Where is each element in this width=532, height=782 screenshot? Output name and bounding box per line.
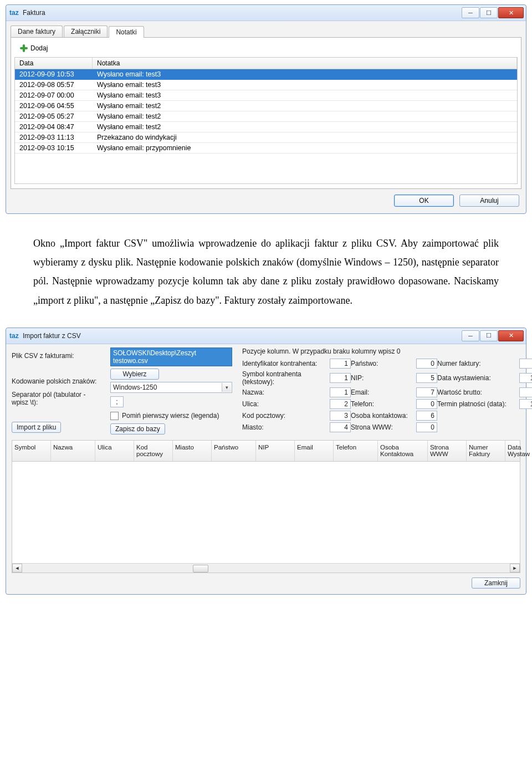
- preview-col-header[interactable]: Telefon: [334, 441, 378, 461]
- cell-date: 2012-09-06 04:55: [15, 101, 93, 111]
- position-label: [437, 423, 515, 431]
- close-window-button[interactable]: Zamknij: [472, 577, 520, 589]
- app-icon: taz: [9, 332, 19, 340]
- close-button[interactable]: ✕: [498, 330, 524, 341]
- position-label: Ulica:: [242, 400, 325, 408]
- maximize-button[interactable]: ☐: [480, 7, 498, 18]
- position-input[interactable]: 7: [416, 387, 437, 397]
- table-row[interactable]: 2012-09-03 11:13Przekazano do windykacji: [15, 132, 517, 143]
- table-row[interactable]: 2012-09-08 05:57Wysłano email: test3: [15, 80, 517, 90]
- col-header-date[interactable]: Data: [15, 58, 93, 69]
- table-row[interactable]: 2012-09-07 00:00Wysłano email: test3: [15, 90, 517, 101]
- plus-icon: [19, 44, 28, 53]
- tab-notatki[interactable]: Notatki: [109, 26, 144, 38]
- position-input[interactable]: 0: [416, 359, 437, 369]
- position-input[interactable]: 9: [519, 387, 532, 397]
- cell-note: Wysłano email: test2: [93, 122, 517, 132]
- position-label: Symbol kontrahenta (tekstowy):: [242, 370, 325, 386]
- close-icon: ✕: [509, 9, 514, 17]
- preview-col-header[interactable]: Numer Faktury: [467, 441, 505, 461]
- table-row[interactable]: 2012-09-03 10:15Wysłano email: przypomni…: [15, 143, 517, 154]
- position-input[interactable]: 4: [330, 422, 351, 432]
- preview-col-header[interactable]: Data Wystaw: [505, 441, 532, 461]
- position-input[interactable]: 11: [519, 399, 532, 409]
- import-titlebar[interactable]: taz Import faktur z CSV ─ ☐ ✕: [6, 328, 526, 344]
- close-button[interactable]: ✕: [498, 7, 524, 18]
- scroll-left-button[interactable]: ◄: [12, 564, 22, 573]
- position-label: [437, 412, 515, 420]
- preview-col-header[interactable]: Strona WWW: [428, 441, 467, 461]
- encoding-select[interactable]: Windows-1250: [110, 382, 232, 393]
- preview-col-header[interactable]: Miasto: [173, 441, 212, 461]
- scroll-right-button[interactable]: ►: [510, 564, 520, 573]
- table-row[interactable]: 2012-09-09 10:53Wysłano email: test3: [15, 69, 517, 80]
- position-label: Numer faktury:: [437, 360, 515, 367]
- position-input[interactable]: 6: [416, 411, 437, 421]
- col-header-note[interactable]: Notatka: [93, 58, 517, 69]
- save-to-db-button[interactable]: Zapisz do bazy: [110, 423, 165, 435]
- position-label: Nazwa:: [242, 389, 325, 396]
- cell-date: 2012-09-09 10:53: [15, 69, 93, 79]
- position-input[interactable]: 3: [330, 411, 351, 421]
- ok-button[interactable]: OK: [394, 195, 454, 207]
- minimize-button[interactable]: ─: [462, 330, 479, 341]
- file-path-input[interactable]: SOŁOWSKI\Desktop\Zeszyt testowo.csv: [110, 347, 232, 366]
- close-icon: ✕: [509, 332, 514, 339]
- notes-header-row: Data Notatka: [15, 58, 517, 69]
- position-input[interactable]: 1: [330, 373, 351, 383]
- encoding-label: Kodowanie polskich znaków:: [12, 377, 100, 385]
- tab-zalaczniki[interactable]: Załączniki: [64, 25, 108, 37]
- position-input[interactable]: 1: [330, 387, 351, 397]
- separator-label: Separator pól (tabulator - wpisz \t):: [12, 391, 100, 406]
- position-input[interactable]: 0: [416, 399, 437, 409]
- import-from-file-button[interactable]: Import z pliku: [12, 422, 61, 433]
- window-title: Faktura: [23, 9, 45, 17]
- titlebar[interactable]: taz Faktura ─ ☐ ✕: [6, 5, 526, 21]
- preview-col-header[interactable]: Symbol: [12, 441, 51, 461]
- position-input[interactable]: 0: [416, 422, 437, 432]
- minimize-icon: ─: [468, 9, 473, 16]
- preview-table-body[interactable]: ◄ ►: [12, 462, 520, 573]
- notes-table[interactable]: Data Notatka 2012-09-09 10:53Wysłano ema…: [14, 57, 518, 184]
- skip-first-row-checkbox[interactable]: [110, 412, 119, 420]
- scroll-track[interactable]: [22, 564, 510, 572]
- cell-date: 2012-09-05 05:27: [15, 111, 93, 121]
- table-row[interactable]: 2012-09-06 04:55Wysłano email: test2: [15, 101, 517, 111]
- choose-file-button[interactable]: Wybierz: [110, 369, 159, 380]
- preview-table-header: SymbolNazwaUlicaKod pocztowyMiastoPaństw…: [12, 440, 520, 462]
- preview-col-header[interactable]: Ulica: [95, 441, 134, 461]
- tab-dane-faktury[interactable]: Dane faktury: [11, 25, 63, 37]
- skip-first-row-label: Pomiń pierwszy wiersz (legenda): [122, 412, 219, 420]
- minimize-button[interactable]: ─: [462, 7, 479, 18]
- preview-col-header[interactable]: Państwo: [212, 441, 256, 461]
- cell-date: 2012-09-07 00:00: [15, 90, 93, 100]
- notes-empty-area: [15, 154, 517, 183]
- separator-input[interactable]: ;: [110, 396, 124, 407]
- preview-col-header[interactable]: Kod pocztowy: [134, 441, 173, 461]
- table-row[interactable]: 2012-09-04 08:47Wysłano email: test2: [15, 122, 517, 132]
- chevron-down-icon[interactable]: ▾: [222, 383, 231, 392]
- add-note-button[interactable]: Dodaj: [16, 42, 52, 54]
- app-icon: taz: [9, 9, 19, 17]
- preview-col-header[interactable]: Osoba Kontaktowa: [378, 441, 428, 461]
- table-row[interactable]: 2012-09-05 05:27Wysłano email: test2: [15, 111, 517, 122]
- position-input[interactable]: 8: [519, 359, 532, 369]
- position-label: NIP:: [351, 374, 412, 382]
- maximize-button[interactable]: ☐: [480, 330, 498, 341]
- maximize-icon: ☐: [486, 332, 492, 339]
- cancel-button[interactable]: Anuluj: [459, 195, 519, 207]
- position-label: Strona WWW:: [351, 423, 412, 431]
- horizontal-scrollbar[interactable]: ◄ ►: [12, 563, 520, 573]
- position-input[interactable]: 2: [330, 399, 351, 409]
- import-window: taz Import faktur z CSV ─ ☐ ✕ Plik CSV z…: [6, 328, 526, 595]
- preview-col-header[interactable]: Email: [295, 441, 334, 461]
- position-label: Email:: [351, 389, 412, 396]
- file-label: Plik CSV z fakturami:: [12, 352, 100, 360]
- position-input[interactable]: 10: [519, 373, 532, 383]
- scroll-thumb[interactable]: [193, 565, 208, 573]
- preview-col-header[interactable]: NIP: [256, 441, 295, 461]
- position-input[interactable]: 1: [330, 359, 351, 369]
- cell-date: 2012-09-03 11:13: [15, 132, 93, 142]
- preview-col-header[interactable]: Nazwa: [51, 441, 95, 461]
- position-input[interactable]: 5: [416, 373, 437, 383]
